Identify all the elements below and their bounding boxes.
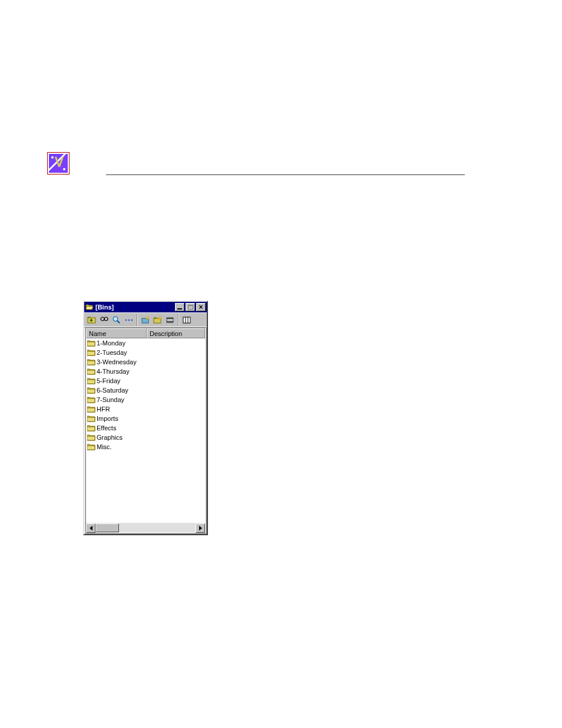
up-folder-icon [87, 315, 97, 325]
new-folder-icon [153, 315, 163, 325]
svg-point-7 [113, 317, 118, 321]
page-divider [106, 174, 465, 175]
list-item-label: 3-Wednesday [97, 358, 137, 365]
toolbar-separator [178, 314, 179, 326]
svg-marker-15 [154, 318, 157, 318]
list-item-label: Effects [97, 424, 116, 431]
columns-icon [182, 315, 191, 325]
list-item-label: Graphics [97, 434, 123, 441]
folder-icon [87, 406, 95, 413]
svg-line-8 [117, 321, 120, 323]
column-header-label: Description [150, 330, 182, 337]
folder-icon [87, 443, 95, 450]
bins-listview: Name Description 1-Monday2-Tuesday3-Wedn… [85, 328, 206, 533]
listview-body[interactable]: 1-Monday2-Tuesday3-Wednesday4-Thursday5-… [86, 338, 205, 523]
minimize-button[interactable] [175, 303, 184, 311]
list-item-label: Misc. [97, 443, 112, 450]
svg-rect-38 [87, 408, 95, 412]
svg-rect-40 [87, 417, 95, 421]
svg-rect-46 [87, 446, 95, 450]
close-button[interactable]: × [196, 303, 206, 311]
list-item[interactable]: 2-Tuesday [86, 348, 205, 357]
page-film-scissors-icon [47, 152, 70, 174]
list-item[interactable]: Imports [86, 414, 205, 423]
up-folder-button[interactable] [86, 314, 98, 326]
new-bin-button[interactable] [140, 314, 151, 326]
svg-point-5 [104, 317, 108, 321]
new-sequence-icon [166, 315, 175, 325]
toolbar-separator [137, 314, 138, 326]
list-item-label: 5-Friday [97, 377, 120, 384]
list-item[interactable]: Effects [86, 423, 205, 433]
maximize-button[interactable] [186, 303, 195, 311]
column-header-label: Name [89, 330, 106, 337]
explore-button[interactable] [111, 314, 123, 326]
svg-rect-30 [87, 370, 95, 374]
window-folder-open-icon [85, 303, 94, 311]
find-icon [100, 315, 109, 325]
folder-icon [87, 396, 95, 403]
svg-point-11 [131, 319, 133, 321]
list-item[interactable]: HFR [86, 404, 205, 414]
svg-marker-1 [86, 307, 93, 309]
svg-rect-34 [87, 389, 95, 393]
new-sequence-button[interactable] [164, 314, 176, 326]
new-folder-button[interactable] [152, 314, 164, 326]
svg-rect-36 [87, 398, 95, 403]
titlebar[interactable]: [Bins] × [84, 302, 207, 312]
window-title: [Bins] [95, 304, 174, 311]
column-header-description[interactable]: Description [147, 328, 205, 338]
list-item[interactable]: Misc. [86, 442, 205, 452]
svg-rect-28 [87, 361, 95, 365]
list-item-label: HFR [97, 406, 110, 413]
listview-header: Name Description [86, 328, 205, 338]
list-item-label: 4-Thursday [97, 368, 130, 375]
svg-marker-3 [88, 317, 91, 318]
folder-icon [87, 349, 95, 356]
list-item[interactable]: 7-Sunday [86, 395, 205, 404]
list-item-label: 1-Monday [97, 340, 125, 347]
find-button[interactable] [98, 314, 110, 326]
svg-rect-24 [87, 342, 95, 346]
svg-rect-26 [87, 351, 95, 355]
svg-rect-20 [183, 317, 190, 323]
list-item[interactable]: 5-Friday [86, 376, 205, 386]
list-item-label: 6-Saturday [97, 387, 128, 394]
folder-icon [87, 415, 95, 422]
folder-icon [87, 434, 95, 441]
folder-icon [87, 387, 95, 394]
columns-button[interactable] [181, 314, 193, 326]
new-bin-icon [141, 315, 150, 325]
rename-icon [124, 315, 134, 325]
rename-button[interactable] [123, 314, 135, 326]
svg-point-9 [125, 319, 127, 321]
toolbar [84, 312, 207, 328]
svg-rect-42 [87, 427, 95, 431]
list-item[interactable]: 4-Thursday [86, 367, 205, 376]
list-item[interactable]: 6-Saturday [86, 386, 205, 395]
list-item[interactable]: 3-Wednesday [86, 357, 205, 367]
svg-rect-18 [167, 318, 173, 319]
bins-window: [Bins] × [83, 301, 208, 535]
column-header-name[interactable]: Name [86, 328, 147, 338]
scroll-track[interactable] [95, 523, 196, 532]
explore-icon [112, 315, 121, 325]
list-item-label: 7-Sunday [97, 396, 124, 403]
folder-icon [87, 340, 95, 347]
list-item-label: 2-Tuesday [97, 349, 127, 356]
svg-point-10 [128, 319, 130, 321]
svg-point-4 [101, 317, 104, 321]
folder-icon [87, 368, 95, 375]
folder-icon [87, 377, 95, 384]
scroll-left-button[interactable] [86, 523, 95, 533]
scroll-right-button[interactable] [196, 523, 205, 533]
scroll-thumb[interactable] [95, 523, 119, 532]
horizontal-scrollbar[interactable] [86, 523, 205, 532]
list-item[interactable]: Graphics [86, 433, 205, 442]
list-item[interactable]: 1-Monday [86, 338, 205, 348]
list-item-label: Imports [97, 415, 118, 422]
folder-icon [87, 358, 95, 365]
svg-rect-19 [167, 321, 173, 322]
folder-icon [87, 424, 95, 431]
svg-rect-44 [87, 436, 95, 440]
